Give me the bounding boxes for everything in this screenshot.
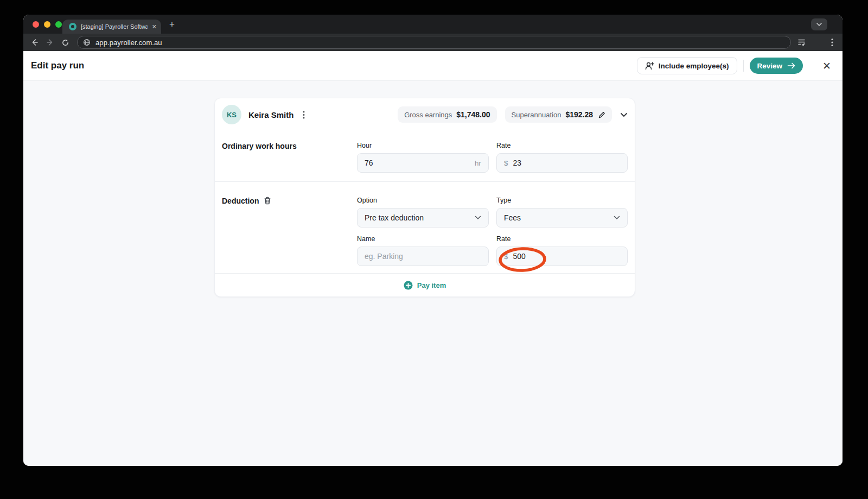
- name-field-group: Name: [357, 236, 489, 266]
- currency-symbol: $: [504, 252, 508, 261]
- option-label: Option: [357, 197, 489, 204]
- gross-earnings-badge: Gross earnings $1,748.00: [398, 106, 496, 123]
- rate-value[interactable]: [513, 159, 620, 167]
- gross-earnings-value: $1,748.00: [456, 110, 490, 119]
- deduction-fields: Option Pre tax deduction Type Fees: [357, 197, 628, 266]
- url-text: app.payroller.com.au: [95, 39, 162, 47]
- type-value: Fees: [504, 213, 521, 222]
- trash-icon: [264, 197, 271, 205]
- superannuation-badge: Superannuation $192.28: [505, 106, 612, 123]
- forward-arrow-icon: [46, 38, 54, 47]
- name-label: Name: [357, 236, 489, 243]
- review-label: Review: [757, 62, 783, 70]
- close-page-button[interactable]: ✕: [822, 61, 831, 71]
- browser-window: [staging] Payroller Software We ✕ +: [23, 15, 843, 466]
- include-employees-button[interactable]: Include employee(s): [637, 57, 737, 74]
- minimize-window-button[interactable]: [44, 21, 50, 28]
- browser-tab-strip: [staging] Payroller Software We ✕ +: [23, 15, 843, 34]
- chevron-down-icon: [816, 22, 822, 27]
- rate-input[interactable]: $: [496, 153, 628, 173]
- employee-card-header: KS Keira Smith Gross earnings $1,748.00 …: [215, 98, 635, 131]
- section-title: Ordinary work hours: [222, 142, 297, 150]
- collapse-employee-button[interactable]: [620, 112, 628, 117]
- pay-item-label: Pay item: [417, 281, 446, 289]
- avatar: KS: [222, 105, 241, 124]
- option-field-group: Option Pre tax deduction: [357, 197, 489, 228]
- forward-button[interactable]: [43, 36, 56, 49]
- include-employees-label: Include employee(s): [659, 62, 729, 70]
- window-controls: [33, 15, 62, 34]
- delete-deduction-button[interactable]: [264, 197, 271, 205]
- payroller-favicon-icon: [69, 23, 76, 30]
- option-select[interactable]: Pre tax deduction: [357, 208, 489, 228]
- deduction-rate-input[interactable]: $: [496, 247, 628, 266]
- rate-field-group: Rate $: [496, 142, 628, 173]
- deduction-rate-label: Rate: [496, 236, 628, 243]
- plus-circle-icon: [404, 281, 413, 290]
- hour-value[interactable]: [365, 159, 470, 167]
- desktop: { "browser": { "tab_title": "[staging] P…: [0, 0, 868, 499]
- browser-toolbar: app.payroller.com.au: [23, 34, 843, 51]
- deduction-section: Deduction Option: [215, 181, 635, 273]
- deduction-rate-value[interactable]: [513, 252, 620, 261]
- review-button[interactable]: Review: [750, 58, 803, 74]
- deduction-rate-field-group: Rate $: [496, 236, 628, 266]
- arrow-right-icon: [787, 62, 795, 69]
- hour-input[interactable]: hr: [357, 153, 489, 173]
- header-divider: [743, 60, 744, 72]
- media-controls-button[interactable]: [795, 36, 808, 49]
- section-title-group: Deduction: [222, 197, 357, 266]
- gross-earnings-label: Gross earnings: [404, 111, 452, 119]
- chevron-down-icon: [614, 216, 620, 220]
- ordinary-work-hours-fields: Hour hr Rate $: [357, 142, 628, 173]
- address-bar[interactable]: app.payroller.com.au: [77, 36, 791, 49]
- zoom-window-button[interactable]: [55, 21, 62, 28]
- header-actions: Include employee(s) Review ✕: [637, 57, 831, 74]
- back-arrow-icon: [30, 38, 39, 47]
- tab-title: [staging] Payroller Software We: [81, 23, 148, 30]
- browser-menu-button[interactable]: [826, 36, 839, 49]
- page-header: Edit pay run Include employee(s) Review …: [23, 51, 843, 81]
- kebab-menu-icon: [831, 38, 833, 47]
- deduction-name-value[interactable]: [365, 252, 481, 261]
- employee-pay-card: KS Keira Smith Gross earnings $1,748.00 …: [214, 98, 635, 297]
- edit-superannuation-button[interactable]: [598, 111, 605, 118]
- add-person-icon: [645, 62, 654, 70]
- section-title-group: Ordinary work hours: [222, 142, 357, 173]
- page-content: KS Keira Smith Gross earnings $1,748.00 …: [23, 81, 843, 466]
- reload-button[interactable]: [59, 36, 72, 49]
- employee-summary: Gross earnings $1,748.00 Superannuation …: [398, 106, 628, 123]
- pencil-icon: [598, 111, 605, 118]
- employee-name: Keira Smith: [248, 110, 293, 119]
- hour-unit: hr: [475, 159, 481, 167]
- media-playlist-icon: [797, 38, 806, 47]
- tab-search-button[interactable]: [811, 18, 827, 30]
- ordinary-work-hours-section: Ordinary work hours Hour hr Rate $: [215, 131, 635, 181]
- browser-tab[interactable]: [staging] Payroller Software We ✕: [62, 20, 161, 34]
- kebab-menu-icon: [303, 111, 305, 119]
- superannuation-value: $192.28: [565, 110, 593, 119]
- chevron-down-icon: [475, 216, 481, 220]
- type-label: Type: [496, 197, 628, 204]
- section-title: Deduction: [222, 197, 259, 205]
- deduction-name-input[interactable]: [357, 247, 489, 266]
- rate-label: Rate: [496, 142, 628, 149]
- add-pay-item-button[interactable]: Pay item: [215, 273, 635, 296]
- page-title: Edit pay run: [31, 60, 84, 71]
- reload-icon: [61, 39, 69, 47]
- close-window-button[interactable]: [33, 21, 39, 28]
- currency-symbol: $: [504, 159, 508, 167]
- employee-menu-button[interactable]: [299, 110, 309, 119]
- new-tab-button[interactable]: +: [165, 18, 178, 31]
- tab-close-icon[interactable]: ✕: [152, 24, 157, 30]
- back-button[interactable]: [28, 36, 41, 49]
- chevron-down-icon: [620, 112, 628, 117]
- globe-icon: [83, 39, 91, 46]
- hour-field-group: Hour hr: [357, 142, 489, 173]
- hour-label: Hour: [357, 142, 489, 149]
- type-select[interactable]: Fees: [496, 208, 628, 228]
- type-field-group: Type Fees: [496, 197, 628, 228]
- option-value: Pre tax deduction: [365, 213, 424, 222]
- superannuation-label: Superannuation: [512, 111, 561, 119]
